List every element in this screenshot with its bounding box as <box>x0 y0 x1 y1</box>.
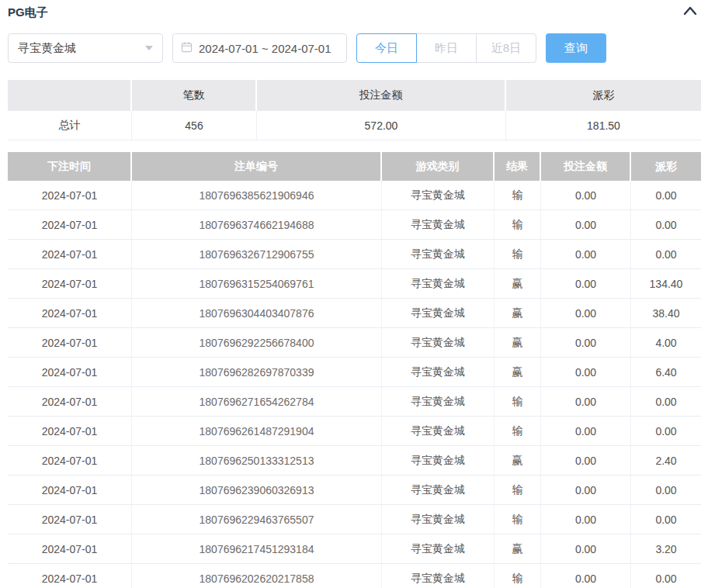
date-range-value: 2024-07-01 ~ 2024-07-01 <box>199 42 331 55</box>
cell-result: 输 <box>495 240 541 269</box>
cell-bet-time: 2024-07-01 <box>8 328 132 358</box>
cell-bet-time: 2024-07-01 <box>8 505 132 534</box>
table-row: 2024-07-01 1807696385621906946 寻宝黄金城 输 0… <box>8 181 701 210</box>
bet-records-table: 下注时间 注单编号 游戏类别 结果 投注金额 派彩 2024-07-01 180… <box>8 152 701 588</box>
summary-table: 笔数 投注金额 派彩 总计 456 572.00 181.50 <box>8 80 701 140</box>
cell-payout: 6.40 <box>631 358 701 387</box>
cell-bet-time: 2024-07-01 <box>8 417 132 446</box>
cell-game-type: 寻宝黄金城 <box>382 240 495 269</box>
records-body: 2024-07-01 1807696385621906946 寻宝黄金城 输 0… <box>8 181 701 588</box>
cell-payout: 0.00 <box>631 417 701 446</box>
page-title: PG电子 <box>8 5 48 20</box>
summary-total-payout: 181.50 <box>506 111 701 140</box>
cell-result: 赢 <box>495 358 541 387</box>
cell-bet-amount: 0.00 <box>541 564 631 588</box>
cell-bet-id: 1807696261487291904 <box>132 417 382 446</box>
col-header-result: 结果 <box>495 152 541 181</box>
cell-bet-id: 1807696304403407876 <box>132 299 382 328</box>
range-last8days-button[interactable]: 近8日 <box>476 33 536 63</box>
summary-header-bet-amount: 投注金额 <box>257 80 506 111</box>
cell-bet-time: 2024-07-01 <box>8 240 132 269</box>
cell-payout: 0.00 <box>631 505 701 534</box>
table-row: 2024-07-01 1807696304403407876 寻宝黄金城 赢 0… <box>8 299 701 328</box>
cell-bet-time: 2024-07-01 <box>8 210 132 240</box>
cell-payout: 38.40 <box>631 299 701 328</box>
cell-result: 输 <box>495 210 541 240</box>
cell-game-type: 寻宝黄金城 <box>382 505 495 534</box>
cell-payout: 0.00 <box>631 240 701 269</box>
summary-header-row: 笔数 投注金额 派彩 <box>8 80 701 111</box>
summary-header-blank <box>8 80 132 111</box>
table-row: 2024-07-01 1807696250133312513 寻宝黄金城 赢 0… <box>8 446 701 476</box>
cell-bet-amount: 0.00 <box>541 417 631 446</box>
cell-bet-amount: 0.00 <box>541 505 631 534</box>
cell-payout: 3.20 <box>631 534 701 564</box>
cell-payout: 0.00 <box>631 476 701 505</box>
cell-result: 赢 <box>495 269 541 299</box>
date-range-picker[interactable]: 2024-07-01 ~ 2024-07-01 <box>172 33 347 63</box>
cell-bet-id: 1807696239060326913 <box>132 476 382 505</box>
cell-game-type: 寻宝黄金城 <box>382 299 495 328</box>
cell-payout: 2.40 <box>631 446 701 476</box>
table-row: 2024-07-01 1807696217451293184 寻宝黄金城 赢 0… <box>8 534 701 564</box>
query-button[interactable]: 查询 <box>546 33 606 63</box>
table-row: 2024-07-01 1807696282697870339 寻宝黄金城 赢 0… <box>8 358 701 387</box>
cell-game-type: 寻宝黄金城 <box>382 564 495 588</box>
cell-result: 输 <box>495 387 541 417</box>
cell-game-type: 寻宝黄金城 <box>382 417 495 446</box>
cell-bet-amount: 0.00 <box>541 210 631 240</box>
table-row: 2024-07-01 1807696326712906755 寻宝黄金城 输 0… <box>8 240 701 269</box>
pg-electronic-panel: PG电子 寻宝黄金城 2024-07-01 ~ 2024-07-01 今日 昨日… <box>0 0 708 588</box>
table-row: 2024-07-01 1807696229463765507 寻宝黄金城 输 0… <box>8 505 701 534</box>
cell-bet-amount: 0.00 <box>541 328 631 358</box>
cell-result: 赢 <box>495 328 541 358</box>
cell-bet-amount: 0.00 <box>541 299 631 328</box>
table-row: 2024-07-01 1807696271654262784 寻宝黄金城 输 0… <box>8 387 701 417</box>
col-header-bet-time: 下注时间 <box>8 152 132 181</box>
cell-bet-id: 1807696282697870339 <box>132 358 382 387</box>
collapse-toggle[interactable] <box>682 5 701 19</box>
cell-game-type: 寻宝黄金城 <box>382 534 495 564</box>
cell-result: 输 <box>495 505 541 534</box>
cell-game-type: 寻宝黄金城 <box>382 446 495 476</box>
game-select[interactable]: 寻宝黄金城 <box>8 33 163 63</box>
col-header-game-type: 游戏类别 <box>382 152 495 181</box>
cell-game-type: 寻宝黄金城 <box>382 328 495 358</box>
col-header-bet-amount: 投注金额 <box>541 152 631 181</box>
cell-payout: 0.00 <box>631 387 701 417</box>
cell-result: 赢 <box>495 446 541 476</box>
cell-bet-amount: 0.00 <box>541 269 631 299</box>
cell-result: 输 <box>495 564 541 588</box>
cell-bet-amount: 0.00 <box>541 387 631 417</box>
cell-bet-amount: 0.00 <box>541 446 631 476</box>
records-header-row: 下注时间 注单编号 游戏类别 结果 投注金额 派彩 <box>8 152 701 181</box>
cell-bet-id: 1807696292256678400 <box>132 328 382 358</box>
cell-payout: 4.00 <box>631 328 701 358</box>
cell-payout: 0.00 <box>631 210 701 240</box>
cell-bet-id: 1807696250133312513 <box>132 446 382 476</box>
chevron-up-icon <box>682 5 698 19</box>
cell-bet-id: 1807696217451293184 <box>132 534 382 564</box>
table-row: 2024-07-01 1807696261487291904 寻宝黄金城 输 0… <box>8 417 701 446</box>
cell-bet-amount: 0.00 <box>541 181 631 210</box>
col-header-bet-id: 注单编号 <box>132 152 382 181</box>
cell-bet-id: 1807696374662194688 <box>132 210 382 240</box>
cell-bet-amount: 0.00 <box>541 534 631 564</box>
cell-bet-time: 2024-07-01 <box>8 358 132 387</box>
cell-bet-time: 2024-07-01 <box>8 564 132 588</box>
cell-game-type: 寻宝黄金城 <box>382 210 495 240</box>
cell-result: 输 <box>495 417 541 446</box>
cell-result: 输 <box>495 181 541 210</box>
cell-game-type: 寻宝黄金城 <box>382 269 495 299</box>
range-yesterday-button[interactable]: 昨日 <box>416 33 477 63</box>
range-today-button[interactable]: 今日 <box>356 33 417 63</box>
cell-bet-id: 1807696271654262784 <box>132 387 382 417</box>
cell-game-type: 寻宝黄金城 <box>382 358 495 387</box>
table-row: 2024-07-01 1807696202620217858 寻宝黄金城 输 0… <box>8 564 701 588</box>
cell-result: 输 <box>495 476 541 505</box>
table-row: 2024-07-01 1807696292256678400 寻宝黄金城 赢 0… <box>8 328 701 358</box>
filter-bar: 寻宝黄金城 2024-07-01 ~ 2024-07-01 今日 昨日 近8日 … <box>8 33 701 63</box>
cell-bet-time: 2024-07-01 <box>8 269 132 299</box>
cell-payout: 134.40 <box>631 269 701 299</box>
cell-bet-amount: 0.00 <box>541 240 631 269</box>
